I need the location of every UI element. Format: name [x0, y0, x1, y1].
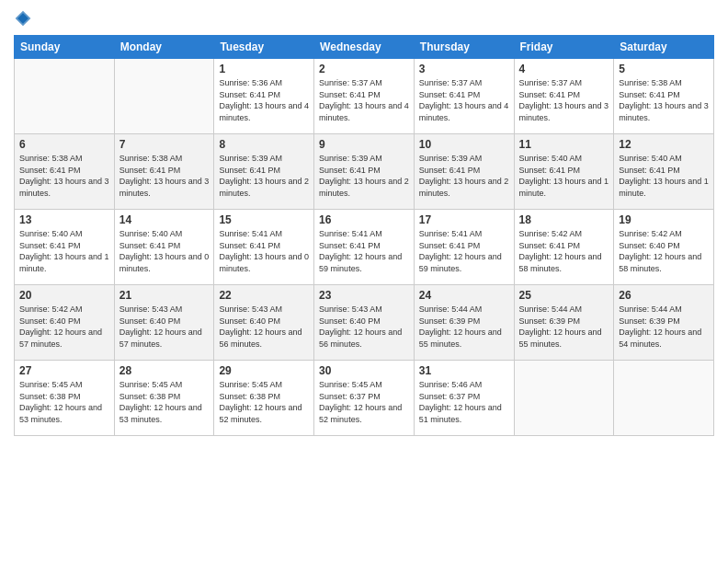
weekday-header: Thursday	[414, 36, 514, 59]
day-number: 21	[119, 289, 210, 302]
calendar-cell: 29Sunrise: 5:45 AM Sunset: 6:38 PM Dayli…	[214, 361, 314, 436]
calendar-cell: 31Sunrise: 5:46 AM Sunset: 6:37 PM Dayli…	[414, 361, 514, 436]
calendar-cell: 14Sunrise: 5:40 AM Sunset: 6:41 PM Dayli…	[114, 210, 214, 285]
page: SundayMondayTuesdayWednesdayThursdayFrid…	[0, 0, 728, 563]
day-info: Sunrise: 5:37 AM Sunset: 6:41 PM Dayligh…	[519, 77, 609, 123]
day-number: 19	[619, 213, 709, 226]
calendar-week: 13Sunrise: 5:40 AM Sunset: 6:41 PM Dayli…	[15, 210, 714, 285]
day-info: Sunrise: 5:39 AM Sunset: 6:41 PM Dayligh…	[419, 153, 509, 199]
weekday-header: Wednesday	[314, 36, 415, 59]
day-info: Sunrise: 5:38 AM Sunset: 6:41 PM Dayligh…	[119, 153, 210, 199]
day-info: Sunrise: 5:40 AM Sunset: 6:41 PM Dayligh…	[19, 228, 109, 274]
day-number: 12	[619, 138, 709, 151]
calendar-cell	[114, 59, 214, 134]
calendar: SundayMondayTuesdayWednesdayThursdayFrid…	[14, 35, 714, 436]
calendar-cell: 1Sunrise: 5:36 AM Sunset: 6:41 PM Daylig…	[214, 59, 314, 134]
day-number: 25	[519, 289, 609, 302]
calendar-week: 20Sunrise: 5:42 AM Sunset: 6:40 PM Dayli…	[15, 285, 714, 361]
calendar-cell: 5Sunrise: 5:38 AM Sunset: 6:41 PM Daylig…	[614, 59, 714, 134]
day-info: Sunrise: 5:43 AM Sunset: 6:40 PM Dayligh…	[119, 304, 210, 350]
day-number: 30	[319, 364, 409, 377]
day-number: 31	[419, 364, 509, 377]
day-number: 15	[219, 213, 309, 226]
day-info: Sunrise: 5:45 AM Sunset: 6:37 PM Dayligh…	[319, 379, 409, 425]
day-number: 13	[19, 213, 109, 226]
weekday-header: Tuesday	[214, 36, 314, 59]
calendar-cell: 13Sunrise: 5:40 AM Sunset: 6:41 PM Dayli…	[15, 210, 115, 285]
logo-icon	[14, 9, 32, 28]
day-number: 20	[19, 289, 109, 302]
day-number: 7	[119, 138, 210, 151]
day-info: Sunrise: 5:40 AM Sunset: 6:41 PM Dayligh…	[519, 153, 609, 199]
weekday-header: Sunday	[15, 36, 115, 59]
day-info: Sunrise: 5:41 AM Sunset: 6:41 PM Dayligh…	[419, 228, 509, 274]
day-number: 10	[419, 138, 509, 151]
calendar-cell: 17Sunrise: 5:41 AM Sunset: 6:41 PM Dayli…	[414, 210, 514, 285]
day-number: 9	[319, 138, 409, 151]
day-info: Sunrise: 5:43 AM Sunset: 6:40 PM Dayligh…	[319, 304, 409, 350]
day-info: Sunrise: 5:45 AM Sunset: 6:38 PM Dayligh…	[219, 379, 309, 425]
calendar-cell: 8Sunrise: 5:39 AM Sunset: 6:41 PM Daylig…	[214, 134, 314, 210]
day-info: Sunrise: 5:42 AM Sunset: 6:40 PM Dayligh…	[19, 304, 109, 350]
day-number: 3	[419, 63, 509, 75]
weekday-header: Friday	[514, 36, 614, 59]
day-info: Sunrise: 5:44 AM Sunset: 6:39 PM Dayligh…	[419, 304, 509, 350]
calendar-cell: 27Sunrise: 5:45 AM Sunset: 6:38 PM Dayli…	[15, 361, 115, 436]
day-info: Sunrise: 5:37 AM Sunset: 6:41 PM Dayligh…	[419, 77, 509, 123]
calendar-cell: 23Sunrise: 5:43 AM Sunset: 6:40 PM Dayli…	[314, 285, 415, 361]
calendar-cell: 10Sunrise: 5:39 AM Sunset: 6:41 PM Dayli…	[414, 134, 514, 210]
day-number: 28	[119, 364, 210, 377]
calendar-body: 1Sunrise: 5:36 AM Sunset: 6:41 PM Daylig…	[15, 59, 714, 436]
calendar-cell: 21Sunrise: 5:43 AM Sunset: 6:40 PM Dayli…	[114, 285, 214, 361]
day-number: 18	[519, 213, 609, 226]
calendar-cell: 30Sunrise: 5:45 AM Sunset: 6:37 PM Dayli…	[314, 361, 415, 436]
day-info: Sunrise: 5:40 AM Sunset: 6:41 PM Dayligh…	[119, 228, 210, 274]
day-number: 5	[619, 63, 709, 75]
calendar-cell: 15Sunrise: 5:41 AM Sunset: 6:41 PM Dayli…	[214, 210, 314, 285]
day-info: Sunrise: 5:36 AM Sunset: 6:41 PM Dayligh…	[219, 77, 309, 123]
day-info: Sunrise: 5:41 AM Sunset: 6:41 PM Dayligh…	[319, 228, 409, 274]
day-number: 16	[319, 213, 409, 226]
logo	[14, 9, 36, 28]
day-number: 17	[419, 213, 509, 226]
calendar-cell: 19Sunrise: 5:42 AM Sunset: 6:40 PM Dayli…	[614, 210, 714, 285]
calendar-cell: 12Sunrise: 5:40 AM Sunset: 6:41 PM Dayli…	[614, 134, 714, 210]
calendar-cell: 22Sunrise: 5:43 AM Sunset: 6:40 PM Dayli…	[214, 285, 314, 361]
calendar-cell	[614, 361, 714, 436]
calendar-cell: 16Sunrise: 5:41 AM Sunset: 6:41 PM Dayli…	[314, 210, 415, 285]
calendar-cell: 20Sunrise: 5:42 AM Sunset: 6:40 PM Dayli…	[15, 285, 115, 361]
calendar-cell: 24Sunrise: 5:44 AM Sunset: 6:39 PM Dayli…	[414, 285, 514, 361]
day-info: Sunrise: 5:40 AM Sunset: 6:41 PM Dayligh…	[619, 153, 709, 199]
calendar-cell	[15, 59, 115, 134]
day-info: Sunrise: 5:43 AM Sunset: 6:40 PM Dayligh…	[219, 304, 309, 350]
day-number: 27	[19, 364, 109, 377]
day-info: Sunrise: 5:45 AM Sunset: 6:38 PM Dayligh…	[19, 379, 109, 425]
header	[14, 9, 714, 28]
calendar-cell: 3Sunrise: 5:37 AM Sunset: 6:41 PM Daylig…	[414, 59, 514, 134]
calendar-cell: 11Sunrise: 5:40 AM Sunset: 6:41 PM Dayli…	[514, 134, 614, 210]
calendar-cell: 9Sunrise: 5:39 AM Sunset: 6:41 PM Daylig…	[314, 134, 415, 210]
day-info: Sunrise: 5:44 AM Sunset: 6:39 PM Dayligh…	[619, 304, 709, 350]
calendar-header: SundayMondayTuesdayWednesdayThursdayFrid…	[15, 36, 714, 59]
calendar-week: 1Sunrise: 5:36 AM Sunset: 6:41 PM Daylig…	[15, 59, 714, 134]
calendar-cell: 6Sunrise: 5:38 AM Sunset: 6:41 PM Daylig…	[15, 134, 115, 210]
day-info: Sunrise: 5:42 AM Sunset: 6:40 PM Dayligh…	[619, 228, 709, 274]
calendar-cell: 25Sunrise: 5:44 AM Sunset: 6:39 PM Dayli…	[514, 285, 614, 361]
day-info: Sunrise: 5:46 AM Sunset: 6:37 PM Dayligh…	[419, 379, 509, 425]
day-number: 29	[219, 364, 309, 377]
day-number: 8	[219, 138, 309, 151]
calendar-cell: 4Sunrise: 5:37 AM Sunset: 6:41 PM Daylig…	[514, 59, 614, 134]
day-number: 11	[519, 138, 609, 151]
day-info: Sunrise: 5:38 AM Sunset: 6:41 PM Dayligh…	[619, 77, 709, 123]
day-number: 14	[119, 213, 210, 226]
calendar-cell: 7Sunrise: 5:38 AM Sunset: 6:41 PM Daylig…	[114, 134, 214, 210]
calendar-cell: 28Sunrise: 5:45 AM Sunset: 6:38 PM Dayli…	[114, 361, 214, 436]
day-number: 6	[19, 138, 109, 151]
day-number: 1	[219, 63, 309, 75]
day-info: Sunrise: 5:37 AM Sunset: 6:41 PM Dayligh…	[319, 77, 409, 123]
weekday-header: Saturday	[614, 36, 714, 59]
day-info: Sunrise: 5:42 AM Sunset: 6:41 PM Dayligh…	[519, 228, 609, 274]
day-info: Sunrise: 5:44 AM Sunset: 6:39 PM Dayligh…	[519, 304, 609, 350]
calendar-week: 6Sunrise: 5:38 AM Sunset: 6:41 PM Daylig…	[15, 134, 714, 210]
weekday-row: SundayMondayTuesdayWednesdayThursdayFrid…	[15, 36, 714, 59]
